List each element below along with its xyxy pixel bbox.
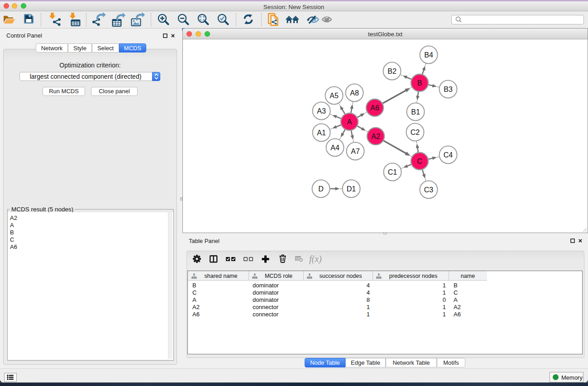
svg-text:A: A <box>347 118 352 126</box>
svg-text:A2: A2 <box>371 133 380 140</box>
svg-text:B3: B3 <box>444 86 453 93</box>
svg-text:B1: B1 <box>411 108 420 116</box>
svg-text:B2: B2 <box>387 67 397 75</box>
svg-text:C2: C2 <box>411 129 420 136</box>
svg-text:C: C <box>417 157 422 165</box>
svg-text:A1: A1 <box>317 129 326 137</box>
svg-text:A5: A5 <box>330 92 339 100</box>
svg-text:A6: A6 <box>370 104 379 112</box>
svg-text:C1: C1 <box>388 168 397 176</box>
svg-text:D: D <box>318 185 324 193</box>
svg-text:A7: A7 <box>351 148 360 155</box>
svg-text:A4: A4 <box>330 144 339 152</box>
svg-text:B4: B4 <box>424 51 433 59</box>
svg-text:D1: D1 <box>347 185 356 193</box>
svg-text:C3: C3 <box>424 186 434 194</box>
svg-text:B: B <box>417 79 422 87</box>
svg-text:A3: A3 <box>317 107 326 115</box>
svg-text:A8: A8 <box>350 89 359 97</box>
svg-text:C4: C4 <box>444 151 453 159</box>
